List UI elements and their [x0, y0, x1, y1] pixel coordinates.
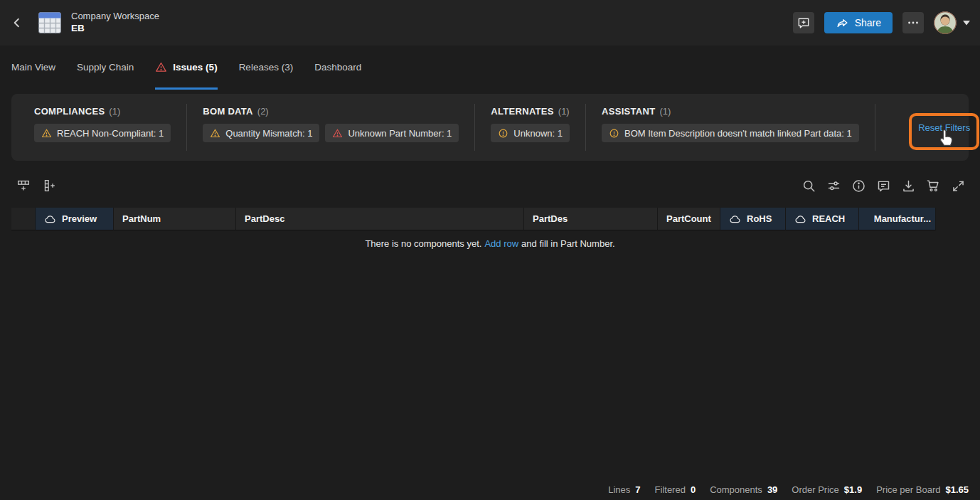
stat-value: 0 — [691, 484, 696, 495]
ellipsis-icon — [906, 16, 920, 30]
add-row-link[interactable]: Add row — [484, 238, 518, 249]
issue-filter-panel: COMPLIANCES (1) REACH Non-Compliant: 1 B… — [11, 94, 969, 161]
column-header-reach[interactable]: REACH — [786, 208, 859, 230]
stat-value: $1.9 — [844, 484, 862, 495]
comments-icon — [876, 179, 891, 193]
stat-lines: Lines7 — [608, 484, 640, 495]
cloud-icon — [44, 214, 56, 224]
column-label: Preview — [62, 213, 97, 224]
stat-label: Lines — [608, 484, 630, 495]
empty-state-text: There is no components yet. — [365, 238, 481, 249]
filter-group-label: COMPLIANCES — [34, 106, 105, 117]
toolbar-left — [16, 178, 57, 193]
add-row-button[interactable] — [16, 178, 31, 193]
info-icon — [851, 179, 866, 193]
topbar-actions: Share — [793, 11, 970, 34]
column-settings-button[interactable] — [826, 178, 841, 193]
warning-triangle-icon — [41, 128, 52, 139]
column-label: PartCount — [666, 213, 711, 224]
reset-filters-button[interactable]: Reset Filters — [918, 122, 970, 133]
filter-chip-reach-non-compliant[interactable]: REACH Non-Compliant: 1 — [34, 124, 171, 142]
cart-button[interactable] — [925, 178, 941, 193]
share-button[interactable]: Share — [824, 12, 893, 33]
filter-group-compliances: COMPLIANCES (1) REACH Non-Compliant: 1 — [34, 104, 187, 151]
more-options-button[interactable] — [902, 12, 924, 33]
add-comment-button[interactable] — [793, 12, 814, 33]
filter-group-bom-data: BOM DATA (2) Quantity Mismatch: 1 Unknow… — [203, 104, 475, 151]
chevron-down-icon[interactable] — [963, 21, 970, 26]
stat-label: Order Price — [792, 484, 838, 495]
filter-group-label: BOM DATA — [203, 106, 253, 117]
tab-label: Issues (5) — [173, 62, 217, 73]
table-header-filler — [936, 208, 969, 230]
stat-value: 39 — [767, 484, 777, 495]
tab-releases[interactable]: Releases (3) — [239, 46, 294, 90]
chip-label: Unknown Part Number: 1 — [348, 128, 452, 139]
cloud-icon — [794, 214, 806, 224]
fullscreen-icon — [951, 179, 966, 193]
chevron-left-icon — [11, 16, 23, 29]
stat-label: Price per Board — [876, 484, 940, 495]
tab-dashboard[interactable]: Dashboard — [314, 46, 361, 90]
download-icon — [901, 179, 916, 193]
column-header-partcount[interactable]: PartCount — [658, 208, 720, 230]
filter-chip-bom-description-mismatch[interactable]: BOM Item Description doesn't match linke… — [602, 124, 859, 142]
document-title: EB — [71, 23, 159, 35]
tab-issues[interactable]: Issues (5) — [155, 46, 217, 90]
column-header-preview[interactable]: Preview — [36, 208, 114, 230]
avatar[interactable] — [934, 11, 957, 34]
info-button[interactable] — [851, 178, 866, 193]
warning-triangle-icon — [210, 128, 220, 139]
cursor-pointer-icon — [937, 129, 956, 149]
stat-order-price: Order Price$1.9 — [792, 484, 862, 495]
workspace-title: Company Workspace — [71, 11, 159, 22]
tab-label: Supply Chain — [77, 62, 134, 73]
stat-filtered: Filtered0 — [655, 484, 696, 495]
column-label: REACH — [812, 213, 845, 224]
chip-label: Unknown: 1 — [513, 128, 563, 139]
empty-state-message: There is no components yet. Add row and … — [11, 230, 969, 256]
filter-chip-unknown-part-number[interactable]: Unknown Part Number: 1 — [325, 124, 459, 142]
empty-state-text: and fill in Part Number. — [521, 238, 615, 249]
tab-label: Releases (3) — [239, 62, 294, 73]
column-label: PartNum — [122, 213, 161, 224]
column-header-partdes[interactable]: PartDes — [524, 208, 658, 230]
tab-supply-chain[interactable]: Supply Chain — [77, 46, 134, 90]
stat-value: $1.65 — [945, 484, 969, 495]
column-label: Manufactur... — [874, 213, 931, 224]
filter-chip-quantity-mismatch[interactable]: Quantity Mismatch: 1 — [203, 124, 319, 142]
search-icon — [801, 179, 816, 193]
workspace-table-icon — [37, 10, 63, 36]
column-header-partnum[interactable]: PartNum — [114, 208, 236, 230]
row-handle-column-header — [11, 208, 36, 230]
filter-group-count: (2) — [257, 106, 269, 117]
comment-plus-icon — [797, 16, 811, 30]
workspace-titles: Company Workspace EB — [71, 11, 159, 34]
reset-filters-area: Reset Filters — [891, 104, 980, 151]
fullscreen-button[interactable] — [950, 178, 966, 193]
search-button[interactable] — [801, 178, 816, 193]
chip-label: BOM Item Description doesn't match linke… — [624, 128, 852, 139]
column-header-manufacturer[interactable]: Manufactur... — [859, 208, 936, 230]
warning-triangle-icon — [155, 61, 167, 73]
add-column-button[interactable] — [41, 178, 57, 193]
chip-label: Quantity Mismatch: 1 — [225, 128, 312, 139]
filter-chip-unknown[interactable]: Unknown: 1 — [491, 124, 570, 142]
back-button[interactable] — [7, 13, 27, 33]
user-menu[interactable] — [934, 11, 970, 34]
tabbar: Main View Supply Chain Issues (5) Releas… — [0, 46, 980, 90]
stat-label: Filtered — [655, 484, 686, 495]
bom-table: Preview PartNum PartDesc PartDes PartCou… — [11, 208, 969, 256]
column-header-partdesc[interactable]: PartDesc — [236, 208, 524, 230]
stat-components: Components39 — [710, 484, 777, 495]
tab-label: Main View — [11, 62, 55, 73]
stat-value: 7 — [635, 484, 640, 495]
filter-group-alternates: ALTERNATES (1) Unknown: 1 — [491, 104, 586, 151]
comments-button[interactable] — [875, 178, 891, 193]
download-button[interactable] — [900, 178, 916, 193]
status-bar: Lines7 Filtered0 Components39 Order Pric… — [608, 484, 969, 495]
column-header-rohs[interactable]: RoHS — [720, 208, 786, 230]
add-row-icon — [16, 178, 31, 193]
filter-group-count: (1) — [109, 106, 120, 117]
tab-main-view[interactable]: Main View — [11, 46, 55, 90]
